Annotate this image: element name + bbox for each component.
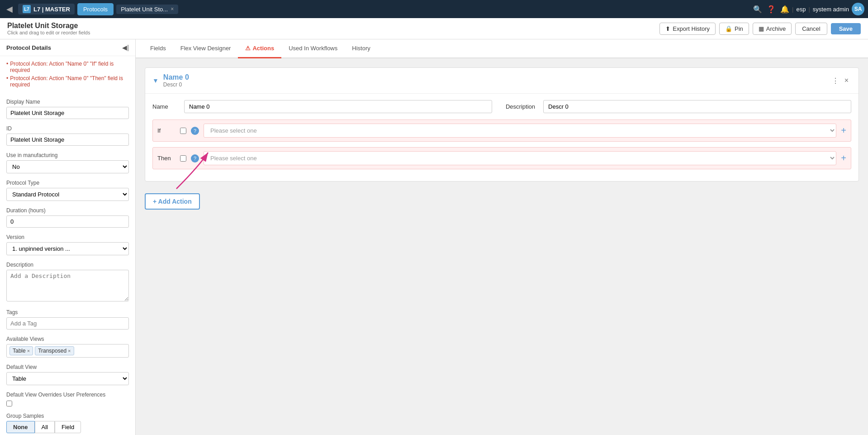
page-subtitle: Click and drag to edit or reorder fields bbox=[7, 30, 659, 35]
description-field: Description bbox=[6, 262, 129, 303]
cancel-button[interactable]: Cancel bbox=[795, 23, 827, 35]
remove-transposed-icon[interactable]: × bbox=[68, 348, 71, 354]
default-view-field: Default View Table Transposed bbox=[6, 364, 129, 385]
action-description-input[interactable] bbox=[543, 100, 851, 113]
active-tab-label: Platelet Unit Sto... bbox=[121, 6, 168, 13]
warning-icon: ⚠ bbox=[245, 45, 251, 52]
tab-close-icon[interactable]: × bbox=[171, 6, 174, 12]
version-label: Version bbox=[6, 234, 129, 240]
active-tab[interactable]: Platelet Unit Sto... × bbox=[116, 5, 178, 14]
add-action-container: + Add Action bbox=[145, 189, 200, 210]
if-row: If ? Please select one + bbox=[152, 120, 851, 142]
id-input[interactable] bbox=[6, 134, 129, 146]
add-action-button[interactable]: + Add Action bbox=[145, 193, 200, 210]
export-history-button[interactable]: ⬆ Export History bbox=[659, 23, 716, 35]
search-icon[interactable]: 🔍 bbox=[753, 5, 762, 14]
tab-actions[interactable]: ⚠Actions bbox=[238, 39, 281, 58]
then-checkbox[interactable] bbox=[180, 155, 186, 162]
default-view-select[interactable]: Table Transposed bbox=[6, 372, 129, 385]
name-field-label: Name bbox=[152, 103, 180, 110]
tab-history[interactable]: History bbox=[345, 39, 377, 58]
default-view-override-checkbox[interactable] bbox=[6, 401, 12, 406]
pin-label: Pin bbox=[735, 25, 743, 32]
action-close-button[interactable]: × bbox=[842, 76, 851, 86]
duration-input[interactable] bbox=[6, 215, 129, 228]
sidebar-header: Protocol Details ◀| bbox=[0, 39, 135, 56]
display-name-field: Display Name bbox=[6, 99, 129, 119]
if-select[interactable]: Please select one bbox=[204, 124, 836, 138]
if-label: If bbox=[157, 127, 175, 134]
sidebar-errors: Protocol Action: Action "Name 0" "If" fi… bbox=[0, 56, 135, 94]
tab-used-in-workflows[interactable]: Used In Workflows bbox=[281, 39, 345, 58]
app-badge-label: L7 | MASTER bbox=[33, 6, 70, 13]
group-samples-field: Group Samples None All Field bbox=[6, 413, 129, 433]
action-card-0: ▼ Name 0 Descr 0 ⋮ × Name Description bbox=[145, 67, 859, 182]
then-row: Then ? Please select one + bbox=[152, 147, 851, 169]
protocol-type-label: Protocol Type bbox=[6, 180, 129, 186]
content-area: Fields Flex View Designer ⚠Actions Used … bbox=[136, 39, 868, 435]
protocols-button[interactable]: Protocols bbox=[77, 3, 114, 15]
available-views-label: Available Views bbox=[6, 336, 129, 342]
bell-icon[interactable]: 🔔 bbox=[780, 5, 789, 14]
use-in-mfg-label: Use in manufacturing bbox=[6, 152, 129, 158]
use-in-manufacturing-select[interactable]: No Yes bbox=[6, 160, 129, 173]
help-icon[interactable]: ❓ bbox=[767, 5, 776, 14]
nav-icons: 🔍 ❓ 🔔 bbox=[753, 5, 789, 14]
group-samples-all-button[interactable]: All bbox=[35, 421, 55, 433]
export-icon: ⬆ bbox=[665, 25, 670, 32]
tabs-bar: Fields Flex View Designer ⚠Actions Used … bbox=[136, 39, 868, 58]
page-title: Platelet Unit Storage bbox=[7, 22, 659, 30]
back-button[interactable]: ◀ bbox=[4, 2, 15, 16]
tags-label: Tags bbox=[6, 309, 129, 315]
group-samples-buttons: None All Field bbox=[6, 421, 129, 433]
if-add-plus-button[interactable]: + bbox=[841, 125, 846, 136]
description-label: Description bbox=[6, 262, 129, 268]
id-label: ID bbox=[6, 125, 129, 132]
page-header-left: Platelet Unit Storage Click and drag to … bbox=[7, 22, 659, 35]
group-samples-field-button[interactable]: Field bbox=[55, 421, 81, 433]
pin-icon: 🔒 bbox=[725, 25, 732, 32]
tab-flex-view-designer[interactable]: Flex View Designer bbox=[173, 39, 238, 58]
view-tag-table: Table × bbox=[9, 346, 33, 355]
then-select[interactable]: Please select one bbox=[204, 151, 836, 165]
display-name-input[interactable] bbox=[6, 107, 129, 119]
if-help-icon[interactable]: ? bbox=[191, 127, 199, 135]
avatar[interactable]: SA bbox=[852, 3, 864, 15]
protocol-type-select[interactable]: Standard Protocol Custom Protocol bbox=[6, 188, 129, 201]
sidebar-collapse-button[interactable]: ◀| bbox=[122, 44, 129, 51]
error-item-2: Protocol Action: Action "Name 0" "Then" … bbox=[6, 75, 129, 88]
sidebar: Protocol Details ◀| Protocol Action: Act… bbox=[0, 39, 136, 435]
then-add-plus-button[interactable]: + bbox=[841, 153, 846, 163]
export-history-label: Export History bbox=[673, 25, 710, 32]
user-info: esp | system admin SA bbox=[796, 3, 864, 15]
group-samples-none-button[interactable]: None bbox=[6, 421, 35, 433]
use-in-manufacturing-field: Use in manufacturing No Yes bbox=[6, 152, 129, 173]
if-checkbox[interactable] bbox=[180, 128, 186, 134]
action-name-input[interactable] bbox=[184, 100, 492, 113]
tab-fields[interactable]: Fields bbox=[143, 39, 173, 58]
display-name-label: Display Name bbox=[6, 99, 129, 105]
available-views-input[interactable]: Table × Transposed × bbox=[6, 344, 129, 358]
save-button[interactable]: Save bbox=[831, 23, 861, 34]
then-help-icon[interactable]: ? bbox=[191, 154, 199, 163]
archive-button[interactable]: ▦ Archive bbox=[753, 23, 792, 35]
version-select[interactable]: 1. unpinned version ... bbox=[6, 242, 129, 255]
pin-button[interactable]: 🔒 Pin bbox=[719, 23, 749, 35]
default-view-override-field: Default View Overrides User Preferences bbox=[6, 392, 129, 406]
name-description-row: Name Description bbox=[152, 100, 851, 113]
action-name: Name 0 bbox=[163, 73, 829, 81]
tags-field: Tags bbox=[6, 309, 129, 330]
description-field-label: Description bbox=[506, 103, 535, 110]
default-view-override-checkbox-container bbox=[6, 401, 129, 406]
protocol-type-field: Protocol Type Standard Protocol Custom P… bbox=[6, 180, 129, 201]
tags-input[interactable] bbox=[6, 317, 129, 330]
available-views-field: Available Views Table × Transposed × bbox=[6, 336, 129, 358]
description-textarea[interactable] bbox=[6, 270, 129, 301]
remove-table-icon[interactable]: × bbox=[27, 348, 30, 354]
action-menu-button[interactable]: ⋮ bbox=[829, 76, 842, 86]
action-card-header: ▼ Name 0 Descr 0 ⋮ × bbox=[145, 68, 859, 94]
duration-field: Duration (hours) bbox=[6, 207, 129, 228]
collapse-arrow-icon[interactable]: ▼ bbox=[152, 77, 159, 84]
sidebar-title: Protocol Details bbox=[6, 44, 51, 51]
error-item-1: Protocol Action: Action "Name 0" "If" fi… bbox=[6, 61, 129, 73]
